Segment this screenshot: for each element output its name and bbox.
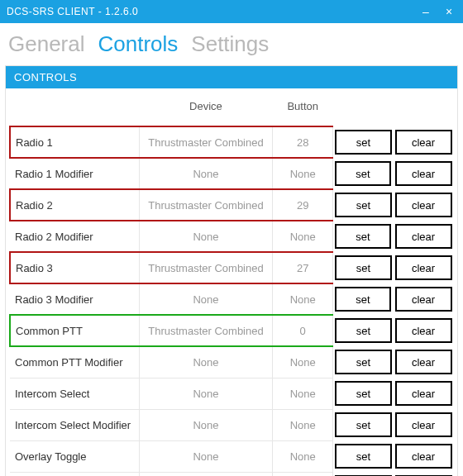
panel-header: CONTROLS — [6, 66, 457, 88]
row-set-cell: set — [333, 252, 394, 283]
table-row: Radio 3Thrustmaster Combined27setclear — [10, 252, 454, 283]
row-device: None — [139, 409, 272, 440]
table-row: Overlay ToggleNoneNonesetclear — [10, 440, 454, 472]
row-button: None — [273, 472, 333, 476]
row-set-cell: set — [333, 378, 394, 409]
row-button: None — [273, 221, 333, 252]
row-clear-cell: clear — [394, 283, 454, 315]
row-device: None — [139, 221, 272, 252]
row-button: None — [273, 409, 333, 440]
row-set-cell: set — [333, 315, 394, 346]
row-clear-cell: clear — [394, 378, 454, 409]
clear-button[interactable]: clear — [395, 287, 452, 312]
row-clear-cell: clear — [394, 409, 454, 440]
row-clear-cell: clear — [394, 472, 454, 476]
tab-bar: General Controls Settings — [0, 23, 463, 62]
table-row: Radio 1 ModifierNoneNonesetclear — [10, 158, 454, 189]
row-name: Intercom Select — [10, 378, 139, 409]
clear-button[interactable]: clear — [395, 381, 452, 406]
clear-button[interactable]: clear — [395, 255, 452, 280]
set-button[interactable]: set — [335, 161, 390, 186]
clear-button[interactable]: clear — [395, 350, 452, 374]
row-device: Thrustmaster Combined — [139, 126, 272, 158]
row-set-cell: set — [333, 472, 394, 476]
window-controls: – × — [418, 5, 456, 18]
controls-panel: CONTROLS Device Button Radio 1Thrustmast… — [5, 65, 458, 476]
set-button[interactable]: set — [335, 318, 391, 343]
row-name: Overlay Toggle — [10, 440, 139, 472]
tab-controls[interactable]: Controls — [98, 31, 179, 57]
set-button[interactable]: set — [335, 193, 391, 217]
table-row: Common PTTThrustmaster Combined0setclear — [10, 315, 454, 346]
row-button: 27 — [273, 252, 333, 283]
tab-settings[interactable]: Settings — [191, 31, 269, 57]
row-button: 28 — [273, 126, 333, 158]
set-button[interactable]: set — [335, 224, 390, 249]
table-header-row: Device Button — [10, 95, 454, 126]
clear-button[interactable]: clear — [395, 193, 452, 217]
row-set-cell: set — [333, 283, 394, 315]
row-device: Thrustmaster Combined — [139, 189, 272, 221]
row-clear-cell: clear — [394, 252, 454, 283]
set-button[interactable]: set — [335, 412, 391, 437]
table-row: Radio 1Thrustmaster Combined28setclear — [10, 126, 454, 158]
row-name: Common PTT Modifier — [10, 346, 139, 378]
clear-button[interactable]: clear — [395, 224, 452, 249]
clear-button[interactable]: clear — [395, 412, 452, 437]
row-clear-cell: clear — [394, 315, 454, 346]
row-button: None — [273, 346, 333, 378]
titlebar: DCS-SRS CLIENT - 1.2.6.0 – × — [0, 0, 463, 23]
row-device: Thrustmaster Combined — [139, 315, 272, 346]
row-button: 0 — [273, 315, 333, 346]
row-clear-cell: clear — [394, 158, 454, 189]
controls-table: Device Button Radio 1Thrustmaster Combin… — [9, 95, 454, 476]
row-device: None — [139, 283, 272, 315]
row-name: Radio 3 Modifier — [10, 283, 139, 315]
window-title: DCS-SRS CLIENT - 1.2.6.0 — [7, 6, 138, 17]
table-row: Intercom Select ModifierNoneNonesetclear — [10, 409, 454, 440]
row-clear-cell: clear — [394, 346, 454, 378]
row-clear-cell: clear — [394, 189, 454, 221]
set-button[interactable]: set — [335, 255, 391, 280]
row-name: Radio 1 — [10, 126, 139, 158]
row-device: Thrustmaster Combined — [139, 252, 272, 283]
row-clear-cell: clear — [394, 221, 454, 252]
row-button: 29 — [273, 189, 333, 221]
row-set-cell: set — [333, 221, 394, 252]
clear-button[interactable]: clear — [395, 130, 452, 155]
row-name: Intercom Select Modifier — [10, 409, 139, 440]
clear-button[interactable]: clear — [395, 318, 452, 343]
row-name: Radio 1 Modifier — [10, 158, 139, 189]
row-name: Overlay Toggle Modifier — [10, 472, 139, 476]
row-button: None — [273, 158, 333, 189]
table-row: Overlay Toggle ModifierNoneNonesetclear — [10, 472, 454, 476]
table-row: Radio 3 ModifierNoneNonesetclear — [10, 283, 454, 315]
clear-button[interactable]: clear — [395, 161, 452, 186]
set-button[interactable]: set — [335, 130, 391, 155]
set-button[interactable]: set — [335, 444, 391, 469]
row-name: Radio 3 — [10, 252, 139, 283]
row-name: Common PTT — [10, 315, 139, 346]
set-button[interactable]: set — [335, 381, 391, 406]
row-button: None — [273, 283, 333, 315]
row-device: None — [139, 346, 272, 378]
row-set-cell: set — [333, 126, 394, 158]
table-row: Intercom SelectNoneNonesetclear — [10, 378, 454, 409]
col-name — [10, 95, 139, 126]
set-button[interactable]: set — [335, 350, 391, 374]
tab-general[interactable]: General — [8, 31, 85, 57]
table-row: Common PTT ModifierNoneNonesetclear — [10, 346, 454, 378]
row-name: Radio 2 — [10, 189, 139, 221]
clear-button[interactable]: clear — [395, 444, 452, 469]
set-button[interactable]: set — [335, 287, 390, 312]
col-clear — [394, 95, 454, 126]
table-row: Radio 2Thrustmaster Combined29setclear — [10, 189, 454, 221]
close-icon[interactable]: × — [442, 5, 456, 18]
row-clear-cell: clear — [394, 440, 454, 472]
row-button: None — [273, 378, 333, 409]
table-row: Radio 2 ModifierNoneNonesetclear — [10, 221, 454, 252]
col-button: Button — [273, 95, 333, 126]
minimize-icon[interactable]: – — [418, 5, 433, 18]
row-button: None — [273, 440, 333, 472]
row-device: None — [139, 158, 272, 189]
